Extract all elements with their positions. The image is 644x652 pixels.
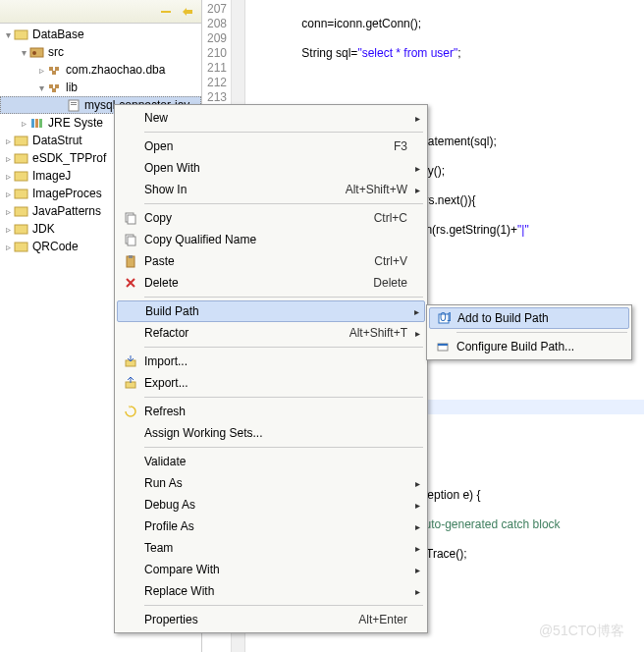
folder-icon: [14, 239, 29, 254]
folder-icon: [14, 133, 29, 148]
menu-validate[interactable]: Validate: [117, 451, 425, 472]
svg-rect-34: [438, 344, 448, 346]
menu-paste[interactable]: PasteCtrl+V: [117, 250, 425, 272]
menu-run-as[interactable]: Run As▸: [117, 472, 425, 494]
copy-icon: [119, 211, 142, 225]
svg-rect-10: [69, 100, 79, 111]
svg-rect-26: [128, 237, 135, 245]
svg-rect-12: [71, 104, 77, 105]
menu-refactor[interactable]: RefactorAlt+Shift+T▸: [117, 322, 425, 344]
menu-open-with[interactable]: Open With▸: [117, 157, 425, 179]
menu-show-in[interactable]: Show InAlt+Shift+W▸: [117, 179, 425, 200]
menu-team[interactable]: Team▸: [117, 537, 425, 559]
menu-replace-with[interactable]: Replace With▸: [117, 580, 425, 602]
copy-icon: [119, 233, 142, 246]
folder-icon: [14, 203, 29, 219]
menu-delete[interactable]: DeleteDelete: [117, 272, 425, 294]
tree-src[interactable]: ▾src: [0, 43, 201, 61]
refresh-icon: [119, 405, 142, 418]
menu-copy-qn[interactable]: Copy Qualified Name: [117, 229, 425, 250]
svg-rect-4: [49, 67, 53, 71]
svg-rect-16: [15, 136, 27, 145]
svg-rect-13: [31, 119, 34, 128]
svg-rect-2: [30, 48, 43, 57]
menu-export[interactable]: Export...: [117, 372, 425, 394]
svg-text:010: 010: [440, 311, 451, 324]
delete-icon: [119, 276, 142, 290]
tree-project[interactable]: ▾DataBase: [0, 26, 201, 43]
folder-icon: [14, 150, 29, 166]
tree-package[interactable]: ▹com.zhaochao.dba: [0, 61, 201, 79]
import-icon: [119, 354, 142, 368]
svg-rect-24: [128, 215, 135, 224]
svg-point-3: [32, 51, 36, 55]
build-path-submenu: 010Add to Build Path Configure Build Pat…: [426, 304, 632, 360]
folder-icon: [14, 221, 29, 237]
svg-rect-1: [15, 30, 27, 39]
folder-icon: [14, 27, 29, 42]
menu-new[interactable]: New▸: [117, 107, 425, 129]
menu-working-sets[interactable]: Assign Working Sets...: [117, 422, 425, 444]
svg-rect-0: [161, 11, 171, 13]
tree-lib[interactable]: ▾lib: [0, 79, 201, 96]
svg-rect-8: [55, 84, 59, 88]
menu-debug-as[interactable]: Debug As▸: [117, 494, 425, 516]
jar-icon: [66, 97, 81, 113]
svg-rect-18: [15, 172, 27, 181]
svg-rect-19: [15, 190, 27, 198]
folder-icon: [14, 168, 29, 184]
sidebar-toolbar: [0, 0, 201, 24]
library-icon: [29, 115, 45, 131]
paste-icon: [119, 254, 142, 268]
svg-rect-7: [49, 84, 53, 88]
submenu-configure-build-path[interactable]: Configure Build Path...: [429, 336, 629, 357]
svg-rect-17: [15, 154, 27, 163]
svg-rect-9: [52, 88, 56, 92]
menu-properties[interactable]: PropertiesAlt+Enter: [117, 609, 425, 630]
svg-rect-20: [15, 207, 27, 216]
svg-rect-11: [71, 102, 77, 103]
svg-rect-5: [55, 67, 59, 71]
export-icon: [119, 376, 142, 390]
svg-rect-14: [35, 119, 38, 128]
configure-icon: [431, 340, 455, 353]
menu-compare-with[interactable]: Compare With▸: [117, 559, 425, 580]
submenu-add-build-path[interactable]: 010Add to Build Path: [429, 307, 629, 329]
context-menu: New▸ OpenF3 Open With▸ Show InAlt+Shift+…: [114, 104, 428, 633]
svg-rect-15: [39, 119, 42, 128]
svg-rect-22: [15, 243, 27, 251]
svg-rect-21: [15, 225, 27, 234]
menu-build-path[interactable]: Build Path▸: [117, 300, 425, 322]
folder-icon: [14, 186, 29, 201]
link-icon[interactable]: [179, 3, 196, 21]
menu-open[interactable]: OpenF3: [117, 136, 425, 157]
svg-rect-28: [129, 255, 133, 258]
menu-copy[interactable]: CopyCtrl+C: [117, 207, 425, 229]
package-icon: [47, 80, 63, 95]
collapse-icon[interactable]: [157, 3, 175, 21]
svg-rect-6: [52, 71, 56, 75]
package-icon: [47, 62, 63, 78]
menu-profile-as[interactable]: Profile As▸: [117, 516, 425, 537]
menu-refresh[interactable]: Refresh: [117, 401, 425, 422]
add-jar-icon: 010: [432, 311, 456, 325]
source-folder-icon: [29, 44, 45, 60]
menu-import[interactable]: Import...: [117, 351, 425, 372]
